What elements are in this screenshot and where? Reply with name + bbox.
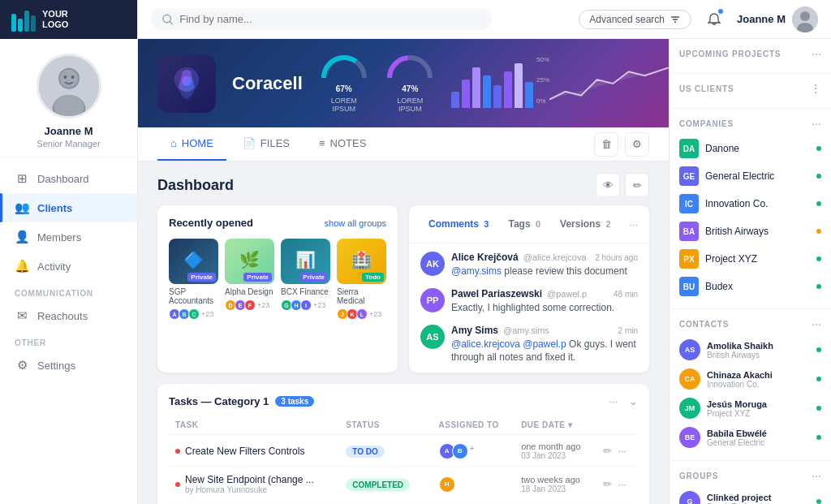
settings-icon: ⚙ xyxy=(15,358,29,373)
settings-button[interactable]: ⚙ xyxy=(625,132,649,157)
list-item[interactable]: JM Jesús Moruga Project XYZ xyxy=(679,394,821,423)
client-name: Coracell xyxy=(232,73,303,94)
edit-button[interactable]: ✏ xyxy=(625,173,649,197)
us-clients-section: US CLIENTS ⋮ xyxy=(670,74,831,109)
activity-icon: 🔔 xyxy=(15,259,29,274)
tab-notes[interactable]: ≡ NOTES xyxy=(306,127,379,161)
sidebar-item-settings[interactable]: ⚙ Settings xyxy=(0,351,137,380)
us-clients-more-button[interactable]: ⋮ xyxy=(810,82,821,95)
sidebar-item-reachouts[interactable]: ✉ Reachouts xyxy=(0,301,137,330)
tab-home[interactable]: ⌂ HOME xyxy=(157,127,226,161)
center-panel: Coracell 67% LOREM IPSUM xyxy=(138,39,669,504)
avatar xyxy=(37,54,101,118)
tasks-more-button[interactable]: ··· xyxy=(609,395,618,407)
status-badge[interactable]: COMPLETED xyxy=(346,479,410,491)
contact-avatar: BE xyxy=(679,427,700,448)
list-item[interactable]: AS Amolika Shaikh British Airways xyxy=(679,335,821,364)
list-item[interactable]: CA Chinaza Akachi Innovation Co. xyxy=(679,364,821,394)
banner-charts: 67% LOREM IPSUM 47% LOREM IPSUM xyxy=(319,54,669,113)
company-avatar: PX xyxy=(679,249,699,269)
company-avatar: BU xyxy=(679,277,699,296)
tasks-expand-button[interactable]: ⌄ xyxy=(629,395,638,407)
sidebar-item-dashboard[interactable]: ⊞ Dashboard xyxy=(0,164,137,193)
svg-point-9 xyxy=(63,75,67,79)
col-status: STATUS xyxy=(339,416,432,435)
gauge-1: 67% LOREM IPSUM xyxy=(319,54,369,113)
list-item[interactable]: BE Babila Ebwélé General Electric xyxy=(679,423,821,452)
tab-tags[interactable]: Tags 0 xyxy=(500,215,549,233)
filter-icon xyxy=(670,14,681,25)
svg-rect-0 xyxy=(11,14,16,32)
group-avatar: G xyxy=(679,491,700,504)
list-item[interactable]: BA British Airways xyxy=(679,218,821,245)
company-avatar: BA xyxy=(679,222,699,241)
sidebar-item-members[interactable]: 👤 Members xyxy=(0,222,137,252)
list-item: 🏥 Todo Sierra Medical J K L +23 xyxy=(337,239,386,320)
task-more-button[interactable]: ··· xyxy=(618,445,626,457)
recent-thumb[interactable]: 🔷 Private xyxy=(169,239,218,284)
comments-card: Comments 3 Tags 0 Versions 2 xyxy=(409,205,649,373)
search-input[interactable] xyxy=(179,13,480,25)
comment-list: AK Alice Krejčová @alice.krejcova 2 hour… xyxy=(409,243,649,373)
task-edit-button[interactable]: ✏ xyxy=(603,445,612,457)
eye-button[interactable]: 👁 xyxy=(596,173,620,197)
company-avatar: DA xyxy=(679,139,699,158)
list-item: 🔷 Private SGP Accountants A B C +23 xyxy=(169,239,218,320)
svg-point-17 xyxy=(800,11,810,21)
show-all-link[interactable]: show all groups xyxy=(325,218,386,228)
svg-rect-3 xyxy=(31,15,36,32)
contacts-section: CONTACTS ··· AS Amolika Shaikh British A… xyxy=(670,309,831,461)
priority-indicator xyxy=(175,482,180,487)
reachouts-icon: ✉ xyxy=(15,308,29,323)
company-avatar: IC xyxy=(679,194,699,213)
status-badge[interactable]: TO DO xyxy=(346,446,384,458)
clients-icon: 👥 xyxy=(15,200,29,215)
recent-thumb[interactable]: 📊 Private xyxy=(281,239,330,284)
list-item: AK Alice Krejčová @alice.krejcova 2 hour… xyxy=(420,252,638,278)
user-menu-avatar xyxy=(792,6,818,32)
upcoming-more-button[interactable]: ··· xyxy=(812,47,821,60)
svg-rect-2 xyxy=(24,11,29,32)
card-header: Recently opened show all groups xyxy=(169,217,386,229)
comments-tabs: Comments 3 Tags 0 Versions 2 xyxy=(420,215,619,233)
contact-avatar: JM xyxy=(679,398,700,419)
list-item[interactable]: G Clinked project Pavel, Tayfun, Ian... xyxy=(679,487,821,504)
recent-thumb[interactable]: 🌿 Private xyxy=(225,239,274,284)
upcoming-section: UPCOMING PROJECTS ··· xyxy=(670,39,831,74)
companies-more-button[interactable]: ··· xyxy=(812,117,821,130)
list-item[interactable]: BU Budex xyxy=(679,273,821,300)
search-bar[interactable] xyxy=(151,8,492,30)
col-assigned: ASSIGNED TO xyxy=(433,416,515,435)
task-more-button[interactable]: ··· xyxy=(618,478,626,490)
contacts-more-button[interactable]: ··· xyxy=(812,317,821,330)
tab-files[interactable]: 📄 FILES xyxy=(230,127,303,161)
comments-more-button[interactable]: ··· xyxy=(629,218,638,230)
list-item[interactable]: IC Innovation Co. xyxy=(679,190,821,218)
notification-badge xyxy=(717,8,724,15)
groups-more-button[interactable]: ··· xyxy=(812,469,821,482)
list-item: AS Amy Sims @amy.sims 2 min @alice.krejc… xyxy=(420,325,638,365)
tasks-table: TASK STATUS ASSIGNED TO DUE DATE ▾ xyxy=(169,416,638,504)
sidebar-item-clients[interactable]: 👥 Clients xyxy=(0,193,137,222)
tab-versions[interactable]: Versions 2 xyxy=(552,215,619,233)
list-item[interactable]: GE General Electric xyxy=(679,162,821,190)
delete-button[interactable]: 🗑 xyxy=(594,132,618,157)
task-edit-button[interactable]: ✏ xyxy=(603,478,612,490)
company-avatar: GE xyxy=(679,166,699,186)
notes-icon: ≡ xyxy=(319,137,325,149)
notification-button[interactable] xyxy=(701,6,727,32)
list-item[interactable]: DA Danone xyxy=(679,135,821,162)
svg-point-10 xyxy=(71,75,74,79)
col-task: TASK xyxy=(169,416,339,435)
page-area: Coracell 67% LOREM IPSUM xyxy=(138,39,831,504)
advanced-search-button[interactable]: Advanced search xyxy=(579,10,691,29)
list-item[interactable]: PX Project XYZ xyxy=(679,245,821,273)
right-sidebar: UPCOMING PROJECTS ··· US CLIENTS ⋮ COMPA… xyxy=(669,39,831,504)
sidebar-item-activity[interactable]: 🔔 Activity xyxy=(0,252,137,281)
recent-thumb[interactable]: 🏥 Todo xyxy=(337,239,386,284)
communication-section-label: COMMUNICATION xyxy=(0,281,137,301)
page-title: Dashboard xyxy=(157,177,596,194)
tab-comments[interactable]: Comments 3 xyxy=(420,215,497,233)
top-nav: Advanced search Joanne M xyxy=(138,0,831,39)
user-menu[interactable]: Joanne M xyxy=(737,6,818,32)
